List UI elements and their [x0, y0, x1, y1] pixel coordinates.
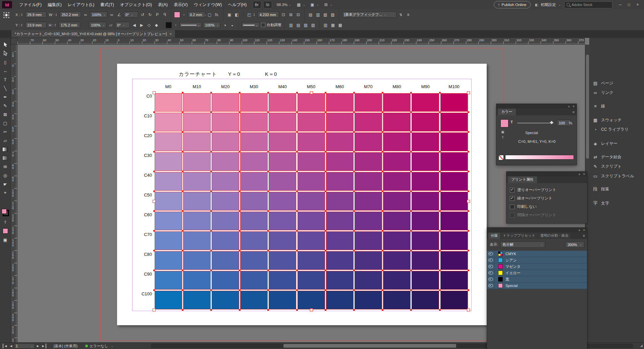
color-chart-cell[interactable]: [240, 291, 268, 309]
dock-item-character[interactable]: 字文字: [592, 200, 609, 207]
screen-mode[interactable]: ▣⌄: [309, 2, 319, 8]
color-chart-cell[interactable]: [383, 132, 411, 151]
selection-handle[interactable]: [382, 230, 383, 232]
pen-tool[interactable]: ✒: [1, 93, 9, 101]
color-chart-cell[interactable]: [440, 231, 468, 250]
h-stepper[interactable]: ▴▾: [55, 23, 57, 27]
color-chart-cell[interactable]: [440, 212, 468, 230]
color-chart-cell[interactable]: [269, 271, 296, 290]
selection-handle[interactable]: [153, 250, 155, 251]
selection-handle[interactable]: [296, 111, 298, 113]
selection-handle[interactable]: [267, 92, 269, 94]
workspace-switcher[interactable]: ◧ 初期設定 ⌄: [534, 2, 561, 8]
panel-menu-icon[interactable]: ≡: [405, 12, 411, 18]
selection-handle[interactable]: [382, 309, 383, 311]
ink-limit-dropdown[interactable]: 300%: [565, 241, 584, 248]
color-ramp[interactable]: [498, 155, 574, 160]
tint-ramp-gradient[interactable]: [505, 155, 574, 160]
color-chart-cell[interactable]: [155, 231, 182, 250]
apply-color-button[interactable]: [1, 227, 9, 235]
gradient-swatch-tool[interactable]: [1, 145, 9, 153]
color-chart-cell[interactable]: [183, 152, 211, 171]
color-chart-cell[interactable]: [183, 132, 211, 151]
color-chart-cell[interactable]: [355, 291, 382, 309]
selection-handle[interactable]: [267, 309, 269, 311]
stroke-expand-icon[interactable]: ›: [173, 22, 178, 28]
selection-handle[interactable]: [182, 309, 183, 311]
color-chart-cell[interactable]: [155, 152, 182, 171]
auto-fit-checkbox[interactable]: [261, 23, 265, 27]
selection-handle[interactable]: [410, 210, 412, 212]
selection-handle[interactable]: [153, 190, 155, 192]
color-chart-cell[interactable]: [326, 93, 354, 112]
selection-handle[interactable]: [210, 230, 212, 232]
color-chart-cell[interactable]: [355, 132, 382, 151]
menu-item-2[interactable]: レイアウト(L): [65, 0, 97, 9]
flip-vertical-icon[interactable]: P: [162, 12, 168, 18]
color-chart-cell[interactable]: [298, 291, 325, 309]
selection-handle[interactable]: [325, 210, 326, 212]
menu-item-0[interactable]: ファイル(F): [16, 0, 45, 9]
selection-handle[interactable]: [182, 289, 183, 291]
selection-handle[interactable]: [439, 190, 441, 192]
color-chart-cell[interactable]: [326, 291, 354, 309]
selection-handle[interactable]: [239, 270, 240, 271]
selection-handle[interactable]: [239, 250, 240, 251]
gradient-dropdown[interactable]: ⌄: [241, 22, 260, 28]
color-chart-cell[interactable]: [412, 212, 439, 230]
selection-handle[interactable]: [468, 289, 469, 291]
color-chart-cell[interactable]: [240, 172, 268, 191]
close-panel-icon[interactable]: ×: [583, 172, 585, 176]
ink-row-シアン[interactable]: シアン: [487, 257, 587, 264]
frame-handle[interactable]: [310, 308, 313, 311]
selection-handle[interactable]: [382, 111, 383, 113]
color-chart-cell[interactable]: [383, 93, 411, 112]
object-style-dropdown[interactable]: [基本グラフィックフ...: [342, 11, 396, 18]
ink-row-マゼンタ[interactable]: マゼンタ: [487, 264, 587, 270]
selection-handle[interactable]: [210, 151, 212, 153]
selection-handle[interactable]: [353, 250, 355, 251]
dock-item-links[interactable]: ∞リンク: [592, 89, 613, 96]
frame-handle[interactable]: [467, 91, 470, 94]
effects-button[interactable]: fx.: [214, 12, 220, 18]
current-color-swatch[interactable]: [500, 119, 508, 127]
selection-handle[interactable]: [153, 230, 155, 232]
selection-handle[interactable]: [267, 289, 269, 291]
tab-color[interactable]: カラー: [498, 109, 516, 115]
color-chart-cell[interactable]: [155, 251, 182, 270]
tint-slider[interactable]: [517, 123, 553, 123]
visibility-toggle[interactable]: [487, 251, 495, 257]
selection-handle[interactable]: [353, 92, 355, 94]
w-stepper[interactable]: ▴▾: [56, 13, 58, 16]
selection-handle[interactable]: [353, 270, 355, 271]
selection-handle[interactable]: [239, 309, 240, 311]
rotation-field[interactable]: 0°: [123, 11, 138, 18]
color-chart-cell[interactable]: [212, 271, 239, 290]
color-chart-cell[interactable]: [355, 93, 382, 112]
selection-handle[interactable]: [468, 190, 469, 192]
note-tool[interactable]: ✉: [1, 163, 9, 171]
opacity-field[interactable]: 100%: [203, 22, 220, 28]
selection-handle[interactable]: [210, 309, 212, 311]
panel-menu-icon[interactable]: ≡: [583, 234, 585, 238]
selection-handle[interactable]: [296, 171, 298, 172]
color-chart-cell[interactable]: [240, 132, 268, 151]
color-chart-cell[interactable]: [298, 231, 325, 250]
selection-handle[interactable]: [382, 289, 383, 291]
stroke-weight-field[interactable]: 0.2 mm: [188, 11, 205, 18]
horizontal-ruler[interactable]: 7060504030201001020304050607080901001101…: [17, 38, 585, 45]
attribute-option-1[interactable]: 線オーバープリント: [510, 194, 584, 202]
color-chart-cell[interactable]: [383, 113, 411, 131]
selection-handle[interactable]: [182, 92, 183, 94]
color-chart-cell[interactable]: [183, 251, 211, 270]
distribute-left-icon[interactable]: ▥: [288, 22, 294, 28]
selection-handle[interactable]: [182, 151, 183, 153]
fit-frame-icon[interactable]: ⊞: [288, 12, 294, 18]
menu-item-4[interactable]: オブジェクト(O): [117, 0, 155, 9]
menu-item-7[interactable]: ウィンドウ(W): [191, 0, 225, 9]
zoom-level-dropdown[interactable]: 98.3% ⌄: [277, 3, 291, 7]
color-chart-cell[interactable]: [355, 172, 382, 191]
selection-handle[interactable]: [353, 309, 355, 311]
color-chart-cell[interactable]: [440, 132, 468, 151]
center-content-icon[interactable]: ⊟: [295, 12, 301, 18]
